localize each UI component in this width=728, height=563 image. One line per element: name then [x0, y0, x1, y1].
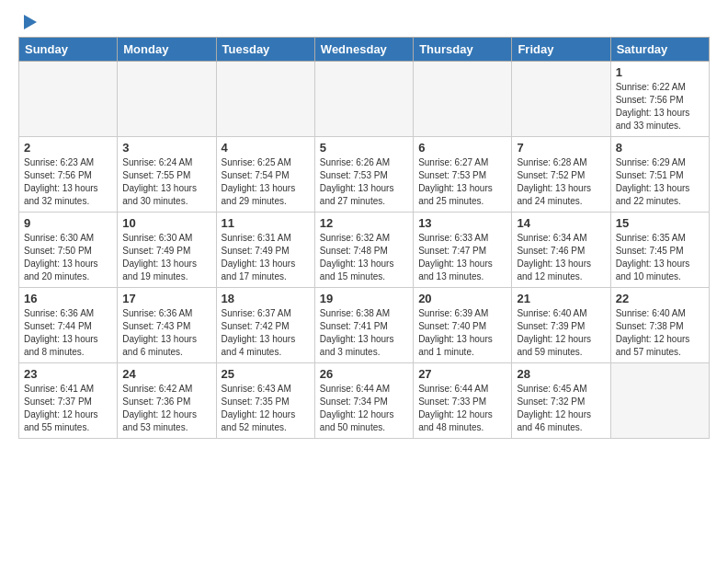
- day-info: Sunrise: 6:24 AM Sunset: 7:55 PM Dayligh…: [122, 156, 210, 208]
- calendar-cell: 17Sunrise: 6:36 AM Sunset: 7:43 PM Dayli…: [118, 288, 216, 363]
- calendar-cell: 1Sunrise: 6:22 AM Sunset: 7:56 PM Daylig…: [610, 62, 709, 137]
- day-number: 12: [320, 216, 408, 230]
- day-number: 20: [418, 292, 506, 305]
- calendar-cell: 16Sunrise: 6:36 AM Sunset: 7:44 PM Dayli…: [19, 288, 118, 363]
- day-info: Sunrise: 6:30 AM Sunset: 7:50 PM Dayligh…: [24, 232, 112, 283]
- calendar-cell: 7Sunrise: 6:28 AM Sunset: 7:52 PM Daylig…: [512, 137, 610, 213]
- calendar-week-0: 1Sunrise: 6:22 AM Sunset: 7:56 PM Daylig…: [19, 62, 710, 137]
- day-info: Sunrise: 6:36 AM Sunset: 7:43 PM Dayligh…: [122, 307, 210, 359]
- day-number: 19: [320, 292, 408, 305]
- day-number: 14: [517, 216, 605, 230]
- day-info: Sunrise: 6:25 AM Sunset: 7:54 PM Dayligh…: [222, 156, 310, 208]
- calendar-cell: 8Sunrise: 6:29 AM Sunset: 7:51 PM Daylig…: [610, 137, 709, 213]
- calendar-cell: [118, 62, 216, 137]
- svg-marker-0: [24, 15, 37, 29]
- day-number: 8: [616, 141, 704, 155]
- calendar-cell: [216, 62, 314, 137]
- day-number: 15: [616, 216, 704, 230]
- calendar-cell: 19Sunrise: 6:38 AM Sunset: 7:41 PM Dayli…: [314, 288, 413, 363]
- calendar-cell: 24Sunrise: 6:42 AM Sunset: 7:36 PM Dayli…: [118, 363, 216, 439]
- day-info: Sunrise: 6:40 AM Sunset: 7:39 PM Dayligh…: [517, 307, 605, 359]
- day-number: 9: [24, 216, 112, 230]
- calendar-cell: 21Sunrise: 6:40 AM Sunset: 7:39 PM Dayli…: [512, 288, 610, 363]
- day-info: Sunrise: 6:30 AM Sunset: 7:49 PM Dayligh…: [122, 232, 210, 283]
- calendar-week-3: 16Sunrise: 6:36 AM Sunset: 7:44 PM Dayli…: [19, 288, 710, 363]
- calendar-cell: 27Sunrise: 6:44 AM Sunset: 7:33 PM Dayli…: [414, 363, 512, 439]
- calendar-header-row: SundayMondayTuesdayWednesdayThursdayFrid…: [19, 38, 710, 62]
- day-number: 5: [320, 141, 408, 155]
- calendar-week-2: 9Sunrise: 6:30 AM Sunset: 7:50 PM Daylig…: [19, 213, 710, 288]
- day-info: Sunrise: 6:34 AM Sunset: 7:46 PM Dayligh…: [517, 232, 605, 283]
- day-info: Sunrise: 6:45 AM Sunset: 7:32 PM Dayligh…: [517, 383, 605, 434]
- calendar-cell: 3Sunrise: 6:24 AM Sunset: 7:55 PM Daylig…: [118, 137, 216, 213]
- day-info: Sunrise: 6:23 AM Sunset: 7:56 PM Dayligh…: [24, 156, 112, 208]
- day-info: Sunrise: 6:42 AM Sunset: 7:36 PM Dayligh…: [122, 383, 210, 434]
- calendar-cell: 28Sunrise: 6:45 AM Sunset: 7:32 PM Dayli…: [512, 363, 610, 439]
- day-number: 23: [24, 367, 112, 381]
- day-number: 11: [222, 216, 310, 230]
- calendar-cell: 5Sunrise: 6:26 AM Sunset: 7:53 PM Daylig…: [314, 137, 413, 213]
- calendar-cell: 11Sunrise: 6:31 AM Sunset: 7:49 PM Dayli…: [216, 213, 314, 288]
- day-number: 22: [616, 292, 704, 305]
- calendar-cell: [19, 62, 118, 137]
- day-number: 4: [222, 141, 310, 155]
- calendar-cell: 6Sunrise: 6:27 AM Sunset: 7:53 PM Daylig…: [414, 137, 512, 213]
- page: SundayMondayTuesdayWednesdayThursdayFrid…: [0, 0, 728, 454]
- day-number: 18: [222, 292, 310, 305]
- day-number: 26: [320, 367, 408, 381]
- day-info: Sunrise: 6:43 AM Sunset: 7:35 PM Dayligh…: [222, 383, 310, 434]
- weekday-header-monday: Monday: [118, 38, 216, 62]
- weekday-header-friday: Friday: [512, 38, 610, 62]
- day-number: 13: [418, 216, 506, 230]
- day-number: 1: [616, 65, 704, 79]
- day-info: Sunrise: 6:32 AM Sunset: 7:48 PM Dayligh…: [320, 232, 408, 283]
- calendar-cell: 23Sunrise: 6:41 AM Sunset: 7:37 PM Dayli…: [19, 363, 118, 439]
- weekday-header-wednesday: Wednesday: [314, 38, 413, 62]
- day-info: Sunrise: 6:27 AM Sunset: 7:53 PM Dayligh…: [418, 156, 506, 208]
- day-info: Sunrise: 6:26 AM Sunset: 7:53 PM Dayligh…: [320, 156, 408, 208]
- calendar-cell: 4Sunrise: 6:25 AM Sunset: 7:54 PM Daylig…: [216, 137, 314, 213]
- calendar-cell: [314, 62, 413, 137]
- day-number: 25: [222, 367, 310, 381]
- calendar-cell: 2Sunrise: 6:23 AM Sunset: 7:56 PM Daylig…: [19, 137, 118, 213]
- calendar-cell: 18Sunrise: 6:37 AM Sunset: 7:42 PM Dayli…: [216, 288, 314, 363]
- day-info: Sunrise: 6:22 AM Sunset: 7:56 PM Dayligh…: [616, 81, 704, 132]
- calendar-cell: 12Sunrise: 6:32 AM Sunset: 7:48 PM Dayli…: [314, 213, 413, 288]
- calendar: SundayMondayTuesdayWednesdayThursdayFrid…: [18, 37, 710, 439]
- day-number: 10: [122, 216, 210, 230]
- calendar-cell: 22Sunrise: 6:40 AM Sunset: 7:38 PM Dayli…: [610, 288, 709, 363]
- day-number: 17: [122, 292, 210, 305]
- day-info: Sunrise: 6:36 AM Sunset: 7:44 PM Dayligh…: [24, 307, 112, 359]
- calendar-week-1: 2Sunrise: 6:23 AM Sunset: 7:56 PM Daylig…: [19, 137, 710, 213]
- day-info: Sunrise: 6:35 AM Sunset: 7:45 PM Dayligh…: [616, 232, 704, 283]
- day-number: 28: [517, 367, 605, 381]
- day-info: Sunrise: 6:37 AM Sunset: 7:42 PM Dayligh…: [222, 307, 310, 359]
- weekday-header-saturday: Saturday: [610, 38, 709, 62]
- day-number: 2: [24, 141, 112, 155]
- calendar-cell: 10Sunrise: 6:30 AM Sunset: 7:49 PM Dayli…: [118, 213, 216, 288]
- day-number: 21: [517, 292, 605, 305]
- day-number: 7: [517, 141, 605, 155]
- calendar-cell: 26Sunrise: 6:44 AM Sunset: 7:34 PM Dayli…: [314, 363, 413, 439]
- day-info: Sunrise: 6:38 AM Sunset: 7:41 PM Dayligh…: [320, 307, 408, 359]
- day-info: Sunrise: 6:40 AM Sunset: 7:38 PM Dayligh…: [616, 307, 704, 359]
- day-number: 6: [418, 141, 506, 155]
- day-info: Sunrise: 6:44 AM Sunset: 7:34 PM Dayligh…: [320, 383, 408, 434]
- calendar-cell: [512, 62, 610, 137]
- calendar-cell: 15Sunrise: 6:35 AM Sunset: 7:45 PM Dayli…: [610, 213, 709, 288]
- day-info: Sunrise: 6:29 AM Sunset: 7:51 PM Dayligh…: [616, 156, 704, 208]
- day-info: Sunrise: 6:33 AM Sunset: 7:47 PM Dayligh…: [418, 232, 506, 283]
- day-info: Sunrise: 6:28 AM Sunset: 7:52 PM Dayligh…: [517, 156, 605, 208]
- calendar-cell: 25Sunrise: 6:43 AM Sunset: 7:35 PM Dayli…: [216, 363, 314, 439]
- calendar-cell: 13Sunrise: 6:33 AM Sunset: 7:47 PM Dayli…: [414, 213, 512, 288]
- day-number: 16: [24, 292, 112, 305]
- calendar-cell: 14Sunrise: 6:34 AM Sunset: 7:46 PM Dayli…: [512, 213, 610, 288]
- day-number: 24: [122, 367, 210, 381]
- weekday-header-sunday: Sunday: [19, 38, 118, 62]
- calendar-cell: 20Sunrise: 6:39 AM Sunset: 7:40 PM Dayli…: [414, 288, 512, 363]
- calendar-week-4: 23Sunrise: 6:41 AM Sunset: 7:37 PM Dayli…: [19, 363, 710, 439]
- weekday-header-tuesday: Tuesday: [216, 38, 314, 62]
- weekday-header-thursday: Thursday: [414, 38, 512, 62]
- day-number: 27: [418, 367, 506, 381]
- day-info: Sunrise: 6:41 AM Sunset: 7:37 PM Dayligh…: [24, 383, 112, 434]
